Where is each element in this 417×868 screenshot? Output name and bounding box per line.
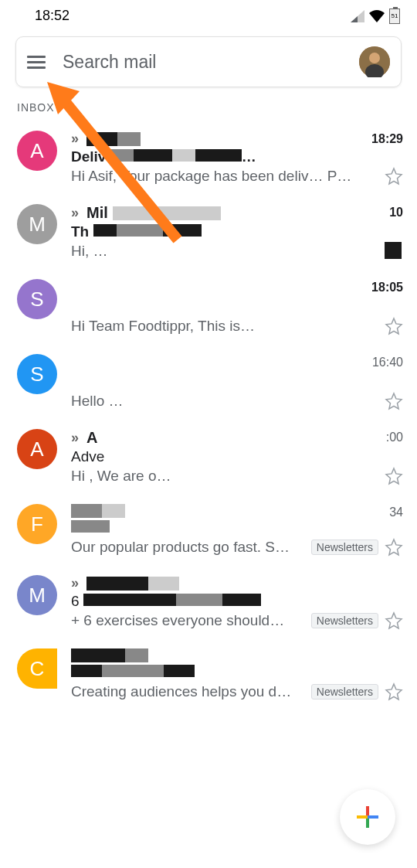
sender-avatar: M — [17, 575, 57, 615]
email-item[interactable]: F 34 Our popular products go fast. S… Ne… — [0, 495, 417, 566]
sender-avatar: M — [17, 204, 57, 244]
sender-avatar: A — [17, 429, 57, 469]
star-icon[interactable] — [385, 611, 403, 630]
svg-point-1 — [369, 53, 380, 63]
email-sender: Mil — [86, 204, 108, 222]
email-item[interactable]: A » A :00 Adve Hi , We are o… — [0, 420, 417, 495]
status-time: 18:52 — [35, 8, 70, 24]
inbox-label: INBOX — [0, 101, 417, 121]
email-time: 18:05 — [371, 281, 403, 294]
email-subject — [71, 664, 403, 681]
category-label: Newsletters — [311, 540, 378, 555]
star-icon[interactable] — [385, 538, 403, 557]
menu-icon[interactable] — [27, 56, 46, 69]
plus-icon — [354, 803, 381, 831]
email-time: 10 — [389, 206, 403, 220]
email-snippet: Hi , We are o… — [71, 468, 378, 485]
search-bar[interactable]: Search mail — [15, 36, 402, 87]
email-subject — [71, 519, 403, 536]
importance-chevrons-icon: » — [71, 430, 79, 446]
email-time: 16:40 — [372, 356, 403, 369]
sender-avatar: S — [17, 354, 57, 394]
email-item[interactable]: M » 6 + 6 exercises everyone should… New… — [0, 566, 417, 639]
email-item[interactable]: C Creating audiences helps you d… Newsle… — [0, 639, 417, 710]
svg-rect-3 — [366, 806, 369, 817]
email-snippet: Hello … — [71, 393, 378, 410]
star-icon[interactable] — [385, 392, 403, 410]
sender-avatar: A — [17, 131, 57, 171]
sender-avatar: C — [17, 648, 57, 689]
svg-rect-5 — [357, 815, 368, 819]
email-item[interactable]: M » Mil 10 Th Hi, … — [0, 195, 417, 270]
email-subject: 6 — [71, 593, 403, 610]
email-subject — [71, 298, 403, 315]
star-icon[interactable] — [385, 467, 403, 485]
category-label: Newsletters — [311, 613, 378, 628]
importance-chevrons-icon: » — [71, 131, 79, 147]
sender-avatar: S — [17, 279, 57, 319]
email-subject: Deliv … — [71, 148, 403, 165]
svg-rect-6 — [368, 815, 378, 819]
email-sender — [71, 279, 76, 297]
email-snippet: + 6 exercises everyone should… — [71, 612, 305, 629]
category-label: Newsletters — [311, 684, 378, 700]
svg-rect-4 — [366, 817, 369, 828]
search-placeholder[interactable]: Search mail — [63, 52, 359, 73]
email-item[interactable]: S 16:40 Hello … — [0, 345, 417, 420]
email-list: A » 18:29 Deliv … Hi Asif, Your package … — [0, 121, 417, 710]
star-icon[interactable] — [385, 317, 403, 335]
email-snippet: Our popular products go fast. S… — [71, 539, 305, 556]
wifi-icon — [369, 10, 385, 22]
email-snippet: Creating audiences helps you d… — [71, 683, 305, 700]
star-icon[interactable] — [385, 682, 403, 701]
compose-button[interactable] — [340, 789, 395, 845]
star-icon[interactable] — [385, 167, 403, 186]
email-snippet: Hi Asif, Your package has been deliv… P… — [71, 168, 378, 185]
email-sender: A — [86, 429, 97, 447]
email-time: 18:29 — [371, 132, 403, 146]
email-time: :00 — [386, 431, 403, 444]
email-snippet: Hi, … — [71, 243, 378, 260]
status-bar: 18:52 51 — [0, 0, 417, 29]
status-icons: 51 — [351, 9, 400, 24]
email-time: 34 — [389, 505, 403, 519]
battery-icon: 51 — [389, 9, 400, 24]
email-item[interactable]: A » 18:29 Deliv … Hi Asif, Your package … — [0, 121, 417, 195]
signal-icon — [351, 10, 364, 22]
email-sender — [71, 354, 76, 372]
importance-chevrons-icon: » — [71, 205, 79, 221]
email-snippet: Hi Team Foodtippr, This is… — [71, 318, 378, 335]
sender-avatar: F — [17, 504, 57, 544]
star-icon[interactable] — [385, 242, 403, 260]
email-item[interactable]: S 18:05 Hi Team Foodtippr, This is… — [0, 270, 417, 345]
account-avatar[interactable] — [359, 46, 390, 77]
importance-chevrons-icon: » — [71, 575, 79, 591]
email-subject: Adve — [71, 448, 403, 465]
email-subject: Th — [71, 223, 403, 240]
email-subject — [71, 373, 403, 390]
